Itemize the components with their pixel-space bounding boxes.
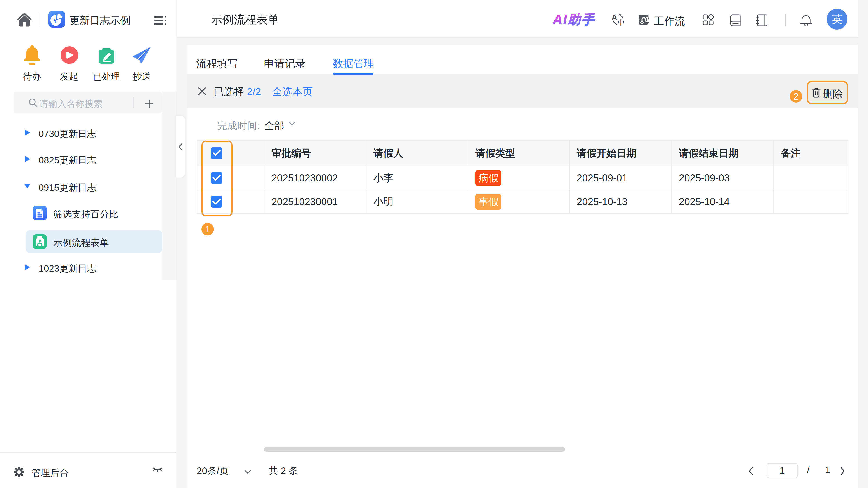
svg-text:A: A — [612, 13, 617, 22]
svg-text:¥: ¥ — [53, 18, 57, 24]
svg-text:中: 中 — [618, 19, 624, 26]
